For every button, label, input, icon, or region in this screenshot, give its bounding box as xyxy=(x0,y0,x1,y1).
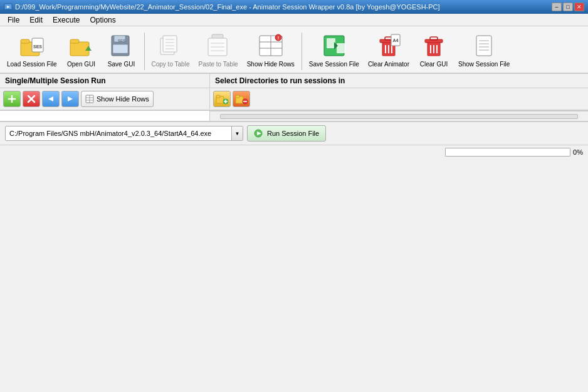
save-session-label: Save Session File xyxy=(309,61,359,68)
show-hide-rows-toolbar-label: Show Hide Rows xyxy=(247,61,295,68)
clear-animator-button[interactable]: A4 Clear Animator xyxy=(365,30,412,70)
show-session-icon xyxy=(469,32,499,59)
load-session-button[interactable]: SES Load Session File xyxy=(4,30,60,70)
load-session-icon: SES xyxy=(17,32,47,59)
menu-execute[interactable]: Execute xyxy=(48,14,85,26)
separator-2 xyxy=(302,33,302,70)
paste-table-icon xyxy=(203,32,233,59)
svg-text:SES: SES xyxy=(33,44,42,49)
save-gui-button[interactable]: SES Save GUI xyxy=(103,30,140,70)
show-session-button[interactable]: Show Session File xyxy=(455,30,513,70)
separator-1 xyxy=(144,33,145,70)
status-bar: 0% xyxy=(0,145,588,158)
left-panel-toolbar: Show Hide Rows xyxy=(0,89,210,109)
copy-table-label: Copy to Table xyxy=(152,61,190,68)
clear-gui-label: Clear GUI xyxy=(420,61,448,68)
horizontal-scrollbar[interactable] xyxy=(210,111,588,121)
svg-rect-69 xyxy=(236,95,239,98)
svg-text:!: ! xyxy=(278,36,279,40)
run-session-label: Run Session File xyxy=(267,130,319,137)
run-session-button[interactable]: Run Session File xyxy=(247,125,326,142)
paste-table-label: Paste to Table xyxy=(198,61,238,68)
paste-table-button[interactable]: Paste to Table xyxy=(195,30,241,70)
show-hide-rows-icon xyxy=(85,95,94,103)
show-hide-rows-label: Show Hide Rows xyxy=(97,95,149,103)
load-session-label: Load Session File xyxy=(7,61,57,68)
svg-rect-32 xyxy=(337,43,345,53)
open-gui-label: Open GUI xyxy=(67,61,95,68)
title-bar: D:/099_Work/Programming/MyWebsite/22_Ani… xyxy=(0,0,588,14)
remove-directory-button[interactable] xyxy=(233,91,250,107)
add-session-button[interactable] xyxy=(3,91,21,107)
add-directory-button[interactable] xyxy=(213,91,231,107)
clear-gui-button[interactable]: Clear GUI xyxy=(415,30,453,70)
svg-rect-47 xyxy=(430,37,438,40)
show-hide-rows-button[interactable]: Show Hide Rows xyxy=(81,91,154,107)
svg-rect-64 xyxy=(216,95,220,98)
menu-file[interactable]: File xyxy=(3,14,24,26)
svg-text:SES: SES xyxy=(117,39,125,43)
save-session-button[interactable]: Save Session File xyxy=(306,30,362,70)
right-section-header: Select Directories to run sessions in xyxy=(210,74,350,88)
save-gui-label: Save GUI xyxy=(108,61,135,68)
menu-options[interactable]: Options xyxy=(85,14,120,26)
clear-gui-icon xyxy=(419,32,449,59)
clear-animator-label: Clear Animator xyxy=(368,61,409,68)
open-gui-icon xyxy=(66,32,97,59)
bottom-bar: C:/Program Files/GNS mbH/Animator4_v2.0.… xyxy=(0,121,588,145)
sections-toolbar: Show Hide Rows xyxy=(0,88,588,111)
show-session-label: Show Session File xyxy=(458,61,510,68)
svg-rect-6 xyxy=(70,42,89,56)
svg-rect-3 xyxy=(21,39,29,43)
menu-edit[interactable]: Edit xyxy=(24,14,48,26)
svg-rect-31 xyxy=(327,38,335,48)
svg-rect-7 xyxy=(70,39,79,43)
save-gui-icon: SES xyxy=(107,32,137,59)
show-hide-rows-toolbar-button[interactable]: ! Show Hide Rows xyxy=(244,30,298,70)
progress-bar-container xyxy=(445,148,570,157)
svg-marker-57 xyxy=(48,96,53,101)
svg-marker-58 xyxy=(68,96,73,101)
open-gui-button[interactable]: Open GUI xyxy=(63,30,100,70)
forward-button[interactable] xyxy=(61,91,79,107)
close-button[interactable]: ✕ xyxy=(574,3,584,11)
exe-path-dropdown[interactable]: C:/Program Files/GNS mbH/Animator4_v2.0.… xyxy=(5,126,243,141)
sections-header: Single/Multiple Session Run Select Direc… xyxy=(0,74,588,88)
maximize-button[interactable]: □ xyxy=(563,3,573,11)
svg-rect-14 xyxy=(163,36,177,52)
left-section-header: Single/Multiple Session Run xyxy=(0,74,210,88)
main-toolbar: SES Load Session File Open GUI SES Sa xyxy=(0,26,588,74)
svg-rect-48 xyxy=(476,36,491,56)
copy-table-icon xyxy=(155,32,186,59)
svg-text:A4: A4 xyxy=(392,38,398,43)
menu-bar: File Edit Execute Options xyxy=(0,14,588,26)
h-scroll-track xyxy=(220,114,578,119)
copy-table-button[interactable]: Copy to Table xyxy=(149,30,193,70)
app-icon xyxy=(4,3,13,11)
window-controls: – □ ✕ xyxy=(552,3,584,11)
window-title: D:/099_Work/Programming/MyWebsite/22_Ani… xyxy=(15,3,552,11)
remove-session-button[interactable] xyxy=(23,91,40,107)
exe-path-text: C:/Program Files/GNS mbH/Animator4_v2.0.… xyxy=(6,130,231,137)
panels-row xyxy=(0,111,588,121)
progress-label: 0% xyxy=(573,148,583,156)
clear-animator-icon: A4 xyxy=(374,32,404,59)
exe-dropdown-arrow[interactable]: ▼ xyxy=(231,126,243,140)
back-button[interactable] xyxy=(42,91,60,107)
show-hide-rows-toolbar-icon: ! xyxy=(256,32,286,59)
minimize-button[interactable]: – xyxy=(552,3,562,11)
svg-rect-11 xyxy=(113,44,128,53)
session-list-panel[interactable] xyxy=(0,111,210,121)
save-session-icon xyxy=(319,32,349,59)
run-icon xyxy=(254,129,264,138)
right-panel-toolbar xyxy=(210,89,253,109)
